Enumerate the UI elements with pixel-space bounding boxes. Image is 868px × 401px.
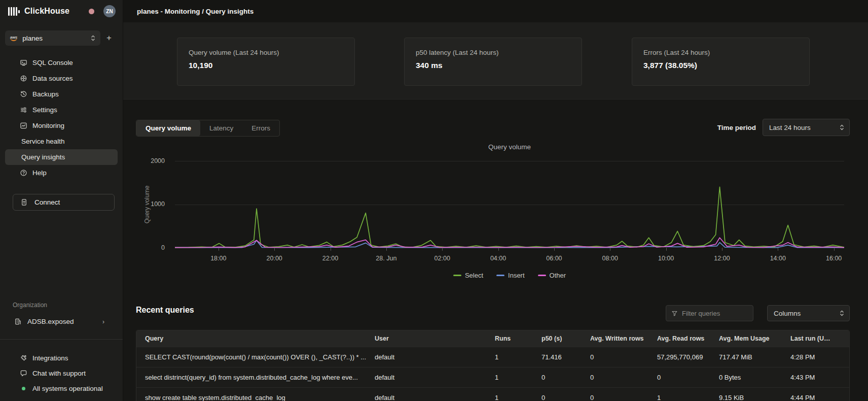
x-tick-mark [274,248,275,251]
cell-query: show create table system.distributed_cac… [145,394,375,401]
sidebar-footer-item-integrations[interactable]: Integrations [5,350,118,365]
cell-last_run: 4:44 PM [790,394,841,401]
add-service-button[interactable]: + [100,33,118,43]
tab-latency[interactable]: Latency [200,120,242,136]
filter-queries-input[interactable] [682,310,748,317]
sidebar-item-sql-console[interactable]: SQL Console [5,55,118,71]
x-tick-label: 04:00 [490,255,506,262]
data-sources-icon [19,75,27,83]
sidebar-item-help[interactable]: Help [5,165,118,181]
cell-p50: 0 [541,374,590,381]
stat-card-label: Query volume (Last 24 hours) [189,49,343,56]
cell-read: 57,295,770,069 [657,353,719,361]
columns-label: Columns [774,310,801,317]
connect-label: Connect [34,198,60,206]
organization-switcher[interactable]: ADSB.exposed › [5,314,118,329]
column-header-avg-written-rows[interactable]: Avg. Written rows [590,335,657,342]
x-tick-mark [219,248,219,251]
legend-item-other[interactable]: Other [538,272,566,279]
chevron-up-down-icon [840,124,844,131]
table-row[interactable]: select distrinct(query_id) from system.d… [136,367,849,387]
brand-name: ClickHouse [24,7,89,16]
column-header-last-run-utc[interactable]: Last run (UTC)⌃ [790,335,841,342]
sidebar-footer-item-all-systems-operational[interactable]: All systems operational [5,381,118,396]
column-header-runs[interactable]: Runs [495,335,541,342]
cell-written: 0 [590,353,657,361]
sidebar-item-service-health[interactable]: Service health [5,133,118,149]
sidebar-item-label: Query insights [21,153,65,161]
legend-item-select[interactable]: Select [453,272,483,279]
cell-query: select distrinct(query_id) from system.d… [145,374,375,381]
x-tick-label: 06:00 [546,255,562,262]
stat-card-value: 340 ms [416,61,570,70]
content: Query volumeLatencyErrors Time period La… [123,99,868,401]
column-header-avg-read-rows[interactable]: Avg. Read rows [657,335,719,342]
sidebar-item-label: SQL Console [32,59,73,66]
help-icon [19,169,27,177]
recent-queries-table: QueryUserRunsp50 (s)Avg. Written rowsAvg… [136,330,850,401]
tab-query-volume[interactable]: Query volume [136,120,200,136]
monitoring-icon [19,122,27,130]
chart-legend: SelectInsertOther [175,272,844,279]
sidebar: ClickHouse ZN aws planes + SQL ConsoleDa… [0,0,123,401]
sidebar-footer-item-chat-with-support[interactable]: Chat with support [5,365,118,381]
cell-mem: 717.47 MiB [719,353,790,361]
filter-funnel-icon [671,310,678,317]
notification-dot-icon[interactable] [89,9,94,14]
column-header-p50-s[interactable]: p50 (s) [541,335,590,342]
cell-last_run: 4:28 PM [790,353,841,361]
organization-name: ADSB.exposed [27,318,74,325]
series-line-select [175,187,844,247]
cell-read: 0 [657,374,719,381]
legend-item-insert[interactable]: Insert [496,272,525,279]
cell-last_run: 4:43 PM [790,374,841,381]
clickhouse-logo-icon [8,7,20,16]
sidebar-item-query-insights[interactable]: Query insights [5,149,118,165]
x-tick-label: 28. Jun [376,255,396,262]
sidebar-item-monitoring[interactable]: Monitoring [5,118,118,133]
ytick-2000: 2000 [137,157,165,164]
table-row[interactable]: show create table system.distributed_cac… [136,387,849,401]
table-row[interactable]: SELECT CAST(round(pow(count() / max(coun… [136,347,849,367]
service-selector[interactable]: aws planes [5,30,100,46]
column-header-avg-mem-usage[interactable]: Avg. Mem Usage [719,335,790,342]
backups-icon [19,90,27,98]
x-tick-mark [722,248,722,251]
sql-console-icon [19,59,27,67]
settings-icon [19,106,27,114]
cell-query: SELECT CAST(round(pow(count() / max(coun… [145,353,375,361]
stats-band: Query volume (Last 24 hours)10,190p50 la… [123,22,868,99]
sidebar-footer: IntegrationsChat with supportAll systems… [0,350,123,396]
sidebar-footer-label: Integrations [32,354,68,362]
x-tick-mark [442,248,443,251]
chevron-right-icon: › [102,318,104,325]
sidebar-item-backups[interactable]: Backups [5,86,118,102]
cell-runs: 1 [495,374,541,381]
cell-p50: 71.416 [541,353,590,361]
column-header-query[interactable]: Query [145,335,375,342]
time-period-label: Time period [717,124,756,131]
stat-card-2: Errors (Last 24 hours)3,877 (38.05%) [632,38,810,86]
building-icon [14,318,22,326]
x-tick-label: 16:00 [826,255,842,262]
integrations-icon [19,354,27,362]
sidebar-item-settings[interactable]: Settings [5,102,118,118]
query-volume-chart[interactable]: 18:0020:0022:0028. Jun02:0004:0006:0008:… [175,161,844,248]
column-header-user[interactable]: User [375,335,495,342]
stat-card-value: 10,190 [189,61,343,70]
cell-mem: 0 Bytes [719,374,790,381]
avatar[interactable]: ZN [103,5,116,17]
chart-title: Query volume [175,143,844,151]
filter-queries-box[interactable] [666,305,753,321]
connect-button[interactable]: Connect [13,194,115,211]
sidebar-footer-label: All systems operational [32,385,103,392]
aws-icon: aws [10,35,17,41]
x-tick-label: 10:00 [658,255,674,262]
recent-queries-title: Recent queries [136,306,194,315]
columns-select[interactable]: Columns [767,305,850,321]
x-tick-label: 14:00 [770,255,786,262]
sidebar-item-data-sources[interactable]: Data sources [5,71,118,86]
x-tick-label: 22:00 [322,255,338,262]
tab-errors[interactable]: Errors [242,120,279,136]
time-period-select[interactable]: Last 24 hours [763,119,850,136]
